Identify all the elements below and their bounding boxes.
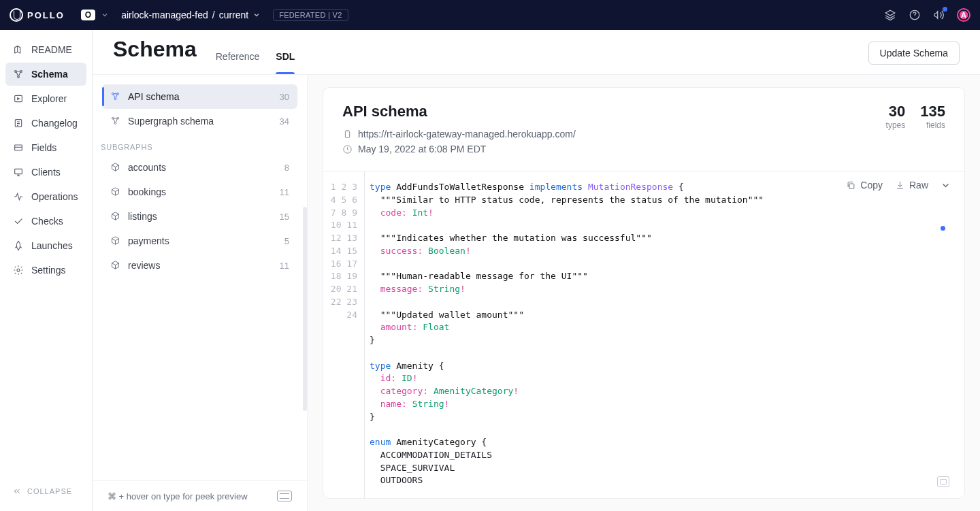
federation-badge: FEDERATED | V2 — [273, 9, 348, 21]
svg-point-11 — [114, 98, 116, 100]
schema-item-api-schema[interactable]: API schema30 — [102, 84, 297, 109]
schema-card: API schema https://rt-airlock-gateway-ma… — [323, 87, 965, 499]
subgraphs-heading: SUBGRAPHS — [93, 133, 307, 155]
minimap-toggle[interactable] — [937, 476, 949, 487]
fields-icon — [12, 142, 24, 154]
nav-settings[interactable]: Settings — [5, 259, 86, 282]
nav-checks[interactable]: Checks — [5, 210, 86, 233]
nav-changelog[interactable]: Changelog — [5, 112, 86, 135]
operations-icon — [12, 191, 24, 203]
layers-icon[interactable] — [883, 8, 897, 22]
settings-icon — [12, 264, 24, 276]
line-gutter: 1 2 3 4 5 6 7 8 9 10 11 12 13 14 15 16 1… — [323, 171, 364, 498]
nav-launches[interactable]: Launches — [5, 234, 86, 257]
launches-icon — [12, 240, 24, 252]
collapse-icon — [12, 487, 22, 496]
cube-icon — [110, 186, 121, 197]
schema-timestamp-row: May 19, 2022 at 6:08 PM EDT — [342, 144, 576, 154]
changelog-icon — [12, 117, 24, 129]
notification-dot — [943, 7, 947, 12]
nav-schema[interactable]: Schema — [5, 63, 86, 86]
svg-point-2 — [20, 71, 22, 73]
subgraph-item-payments[interactable]: payments5 — [102, 229, 297, 253]
minimap-cursor — [941, 226, 945, 231]
schema-item-supergraph-schema[interactable]: Supergraph schema34 — [102, 109, 297, 133]
announce-icon[interactable] — [932, 8, 946, 22]
clients-icon — [12, 166, 24, 178]
svg-point-14 — [114, 122, 116, 125]
svg-point-9 — [112, 93, 114, 95]
svg-point-10 — [117, 93, 119, 95]
cube-icon — [110, 235, 121, 246]
graph-variant-selector[interactable]: airlock-managed-fed / current — [121, 10, 261, 20]
help-icon[interactable] — [908, 8, 921, 22]
avatar[interactable]: A — [957, 8, 970, 22]
tab-sdl[interactable]: SDL — [276, 51, 295, 74]
page-title: Schema — [113, 37, 197, 74]
svg-point-12 — [112, 118, 114, 120]
schema-title: API schema — [342, 103, 576, 120]
cube-icon — [110, 211, 121, 222]
schema-icon — [12, 68, 24, 80]
top-bar: POLLO O airlock-managed-fed / current FE… — [0, 0, 980, 30]
readme-icon — [12, 44, 24, 56]
types-stat: 30 types — [886, 103, 906, 159]
schema-icon — [110, 116, 121, 127]
primary-nav: README Schema Explorer Changelog Fields … — [0, 30, 93, 511]
schema-sidebar: API schema30Supergraph schema34 SUBGRAPH… — [93, 75, 308, 511]
svg-rect-6 — [15, 145, 22, 150]
svg-point-1 — [15, 71, 17, 73]
chevron-down-icon — [101, 11, 109, 19]
sidebar-footer: ⌘ + hover on type for peek preview — [93, 480, 307, 511]
update-schema-button[interactable]: Update Schema — [868, 42, 960, 65]
peek-hint: ⌘ + hover on type for peek preview — [108, 491, 248, 501]
svg-rect-7 — [15, 169, 22, 174]
clipboard-icon[interactable] — [342, 129, 353, 139]
keyboard-icon[interactable] — [277, 491, 292, 501]
explorer-icon — [12, 93, 24, 105]
subgraph-item-listings[interactable]: listings15 — [102, 204, 297, 229]
cube-icon — [110, 260, 121, 271]
subgraph-item-bookings[interactable]: bookings11 — [102, 180, 297, 204]
subgraph-item-accounts[interactable]: accounts8 — [102, 155, 297, 180]
schema-tabs: Reference SDL — [216, 51, 295, 74]
schema-icon — [110, 91, 121, 102]
subgraph-item-reviews[interactable]: reviews11 — [102, 253, 297, 278]
page-header: Schema Reference SDL Update Schema — [93, 30, 980, 75]
chevron-down-icon — [252, 11, 261, 19]
nav-operations[interactable]: Operations — [5, 185, 86, 208]
nav-fields[interactable]: Fields — [5, 136, 86, 159]
logo-mark-icon — [10, 8, 23, 22]
checks-icon — [12, 215, 24, 227]
org-chip: O — [81, 10, 95, 20]
org-selector[interactable]: O — [81, 10, 109, 20]
sdl-code[interactable]: type AddFundsToWalletResponse implements… — [364, 171, 964, 498]
nav-readme[interactable]: README — [5, 38, 86, 61]
collapse-nav[interactable]: COLLAPSE — [5, 480, 86, 503]
logo[interactable]: POLLO — [10, 8, 65, 22]
cube-icon — [110, 162, 121, 173]
nav-clients[interactable]: Clients — [5, 161, 86, 184]
clock-icon — [342, 144, 353, 154]
nav-explorer[interactable]: Explorer — [5, 87, 86, 110]
svg-point-3 — [18, 76, 20, 78]
svg-point-8 — [17, 269, 20, 271]
schema-url-row: https://rt-airlock-gateway-managed.herok… — [342, 129, 576, 139]
svg-point-13 — [117, 118, 119, 120]
fields-stat: 135 fields — [920, 103, 945, 159]
logo-text: POLLO — [27, 10, 65, 20]
svg-rect-15 — [345, 131, 349, 137]
sidebar-scrollbar[interactable] — [303, 207, 307, 411]
tab-reference[interactable]: Reference — [216, 51, 260, 74]
